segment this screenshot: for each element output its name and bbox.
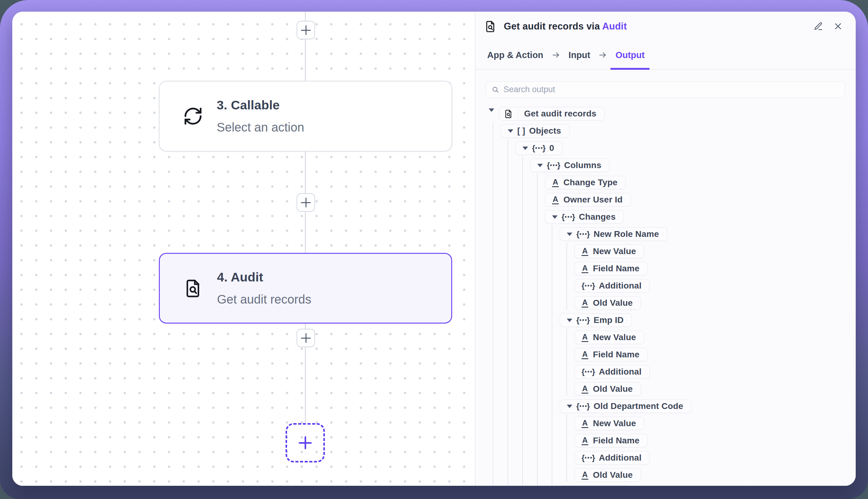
tree-node-additional[interactable]: {⋯}Additional xyxy=(575,451,650,465)
tree-node-old-value[interactable]: AOld Value xyxy=(575,382,641,396)
tree-node-label: Field Name xyxy=(593,264,639,273)
tree-node-label: Changes xyxy=(579,212,616,222)
tree-row-additional: {⋯}Additional xyxy=(575,451,650,465)
tree-node-owner-user-id[interactable]: AOwner User Id xyxy=(545,193,631,206)
tree-node-columns[interactable]: {⋯}Columns xyxy=(530,159,610,172)
text-type-icon: A xyxy=(581,436,588,445)
text-type-icon: A xyxy=(581,299,588,307)
tree-node-label: Additional xyxy=(599,367,641,377)
plus-icon xyxy=(301,25,311,35)
tree-row-emp-id: {⋯}Emp ID xyxy=(560,313,632,327)
tree-node-get-audit-records[interactable]: Get audit records xyxy=(499,107,605,120)
text-type-icon: A xyxy=(552,178,559,187)
tree-row-field-name: AField Name xyxy=(575,434,648,447)
tree-row-old-value: AOld Value xyxy=(575,296,641,310)
tree-node-changes[interactable]: {⋯}Changes xyxy=(545,210,624,224)
tree-row-old-department-code: {⋯}Old Department Code xyxy=(560,400,691,413)
tree-row-new-value: ANew Value xyxy=(575,245,644,258)
tree-node-old-value[interactable]: AOld Value xyxy=(575,468,641,482)
tree-row-new-value: ANew Value xyxy=(575,417,644,430)
tree-node-label: Columns xyxy=(564,160,601,170)
caret-down-icon[interactable] xyxy=(489,112,494,117)
caret-down-icon xyxy=(522,147,528,150)
tree-row-0: {⋯}0 xyxy=(516,141,563,155)
tree-guide-line xyxy=(507,139,508,486)
tree-node-label: Field Name xyxy=(593,436,639,446)
array-icon: [ ] xyxy=(517,126,525,136)
object-icon: {⋯} xyxy=(547,161,560,170)
plus-icon xyxy=(301,333,311,343)
workflow-node-callable[interactable]: 3. Callable Select an action xyxy=(159,81,452,151)
text-type-icon: A xyxy=(581,247,588,256)
tree-node-field-name[interactable]: AField Name xyxy=(575,348,648,361)
tree-row-change-type: AChange Type xyxy=(545,176,626,189)
node-step-label: 4. Audit xyxy=(217,270,311,284)
plus-icon xyxy=(299,436,312,449)
tree-guide-line xyxy=(566,414,567,482)
tree-node-new-value[interactable]: ANew Value xyxy=(575,331,644,344)
tree-node-new-role-name[interactable]: {⋯}New Role Name xyxy=(560,227,667,241)
add-step-end-button[interactable] xyxy=(286,423,325,462)
tree-node-label: Old Value xyxy=(593,470,632,480)
tree-row-additional: {⋯}Additional xyxy=(575,279,650,293)
step-detail-panel: Get audit records via Audit App & Action xyxy=(475,12,856,486)
add-step-between-button[interactable] xyxy=(297,193,315,212)
tree-node-field-name[interactable]: AField Name xyxy=(575,262,648,275)
object-icon: {⋯} xyxy=(581,453,595,463)
text-type-icon: A xyxy=(581,264,588,273)
tree-node-label: Old Department Code xyxy=(593,401,683,411)
add-step-top-button[interactable] xyxy=(297,21,315,39)
app-window: 3. Callable Select an action 4. Audit Ge… xyxy=(12,12,856,486)
text-type-icon: A xyxy=(581,471,588,480)
tree-node-label: Objects xyxy=(529,126,561,136)
caret-down-icon xyxy=(537,164,543,167)
workflow-node-audit[interactable]: 4. Audit Get audit records xyxy=(159,253,452,324)
file-search-icon xyxy=(183,278,204,299)
tree-node-old-department-code[interactable]: {⋯}Old Department Code xyxy=(560,400,691,413)
tree-row-old-value: AOld Value xyxy=(575,468,641,482)
tree-node-0[interactable]: {⋯}0 xyxy=(516,141,563,155)
plus-icon xyxy=(301,197,311,207)
tree-node-label: Emp ID xyxy=(593,315,624,325)
tree-node-field-name[interactable]: AField Name xyxy=(575,434,648,447)
node-step-label: 3. Callable xyxy=(217,98,304,112)
tree-node-label: 0 xyxy=(549,143,554,153)
tree-node-emp-id[interactable]: {⋯}Emp ID xyxy=(560,313,632,327)
tree-node-label: Old Value xyxy=(593,384,632,394)
tree-row-field-name: AField Name xyxy=(575,348,648,361)
tree-node-label: Change Type xyxy=(563,178,617,187)
workflow-canvas[interactable]: 3. Callable Select an action 4. Audit Ge… xyxy=(12,12,475,486)
tree-node-objects[interactable]: [ ]Objects xyxy=(501,124,569,138)
tree-node-label: Additional xyxy=(599,453,641,463)
tree-node-change-type[interactable]: AChange Type xyxy=(545,176,626,189)
add-step-after-audit-button[interactable] xyxy=(297,329,315,347)
tree-guide-line xyxy=(522,156,523,486)
tree-node-additional[interactable]: {⋯}Additional xyxy=(575,279,650,293)
tree-node-label: New Role Name xyxy=(593,229,659,239)
object-icon: {⋯} xyxy=(576,230,590,239)
tree-node-new-value[interactable]: ANew Value xyxy=(575,245,644,258)
object-icon: {⋯} xyxy=(581,367,595,377)
object-icon: {⋯} xyxy=(576,402,590,411)
tree-row-field-name: AField Name xyxy=(575,262,648,275)
connector-line xyxy=(305,12,306,423)
text-type-icon: A xyxy=(581,350,588,359)
tree-row-new-role-name: {⋯}New Role Name xyxy=(560,227,667,241)
tree-row-additional: {⋯}Additional xyxy=(575,365,650,379)
tree-row-get-audit-records: Get audit records xyxy=(499,107,605,120)
tree-node-label: Old Value xyxy=(593,298,632,308)
tree-guide-line xyxy=(566,328,567,396)
tree-row-owner-user-id: AOwner User Id xyxy=(545,193,631,206)
tree-node-additional[interactable]: {⋯}Additional xyxy=(575,365,650,379)
caret-down-icon xyxy=(567,233,572,236)
tree-node-old-value[interactable]: AOld Value xyxy=(575,296,641,310)
tree-row-changes: {⋯}Changes xyxy=(545,210,624,224)
tree-node-new-value[interactable]: ANew Value xyxy=(575,417,644,430)
node-action-label: Select an action xyxy=(217,120,304,134)
caret-down-icon xyxy=(567,405,572,408)
tree-node-label: New Value xyxy=(593,246,636,256)
caret-down-icon xyxy=(508,129,513,133)
node-action-label: Get audit records xyxy=(217,293,311,306)
text-type-icon: A xyxy=(552,195,559,204)
tree-row-objects: [ ]Objects xyxy=(501,124,569,138)
